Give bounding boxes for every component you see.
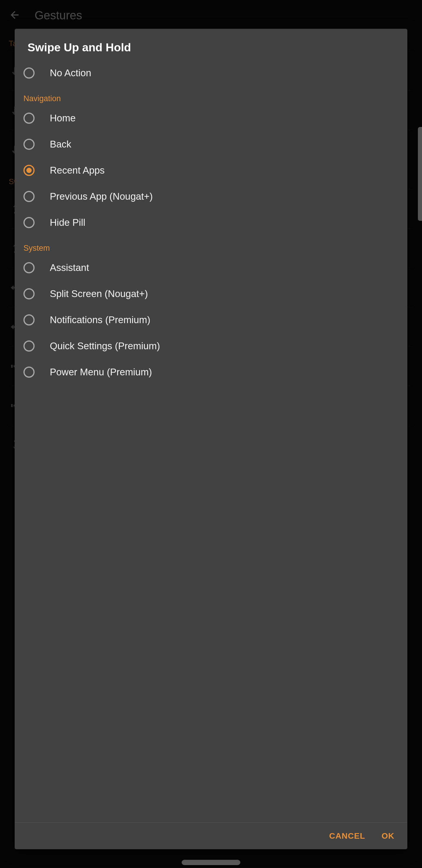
option-assistant[interactable]: Assistant <box>20 254 224 281</box>
option-quick-settings[interactable]: Quick Settings (Premium) <box>20 333 224 359</box>
option-label: Hide Pill <box>50 217 85 228</box>
option-label: Assistant <box>50 262 89 273</box>
option-split-screen[interactable]: Split Screen (Nougat+) <box>20 281 224 307</box>
option-label: No Action <box>50 67 91 79</box>
option-previous-app[interactable]: Previous App (Nougat+) <box>20 183 224 209</box>
option-label: Previous App (Nougat+) <box>50 191 153 202</box>
radio-icon <box>24 367 35 378</box>
option-hide-pill[interactable]: Hide Pill <box>20 209 224 236</box>
option-power-menu[interactable]: Power Menu (Premium) <box>20 359 224 385</box>
option-label: Notifications (Premium) <box>50 314 150 326</box>
radio-icon-selected <box>24 165 35 176</box>
option-label: Split Screen (Nougat+) <box>50 288 148 300</box>
section-label-system: System <box>20 236 224 254</box>
option-label: Recent Apps <box>50 165 105 176</box>
option-no-action[interactable]: No Action <box>20 60 224 86</box>
radio-icon <box>24 288 35 300</box>
action-picker-dialog: Swipe Up and Hold No Action Navigation H… <box>15 29 224 460</box>
radio-icon <box>24 340 35 351</box>
option-home[interactable]: Home <box>20 105 224 131</box>
option-label: Power Menu (Premium) <box>50 367 152 378</box>
option-label: Home <box>50 113 75 124</box>
option-notifications[interactable]: Notifications (Premium) <box>20 307 224 333</box>
radio-icon <box>24 113 35 124</box>
section-label-navigation: Navigation <box>20 86 224 105</box>
radio-icon <box>24 139 35 150</box>
radio-icon <box>24 217 35 228</box>
radio-icon <box>24 262 35 273</box>
option-recent-apps[interactable]: Recent Apps <box>20 157 224 183</box>
option-back[interactable]: Back <box>20 131 224 157</box>
option-label: Quick Settings (Premium) <box>50 340 160 351</box>
option-label: Back <box>50 139 71 150</box>
radio-icon <box>24 191 35 202</box>
dialog-title: Swipe Up and Hold <box>15 29 224 60</box>
radio-icon <box>24 314 35 326</box>
dialog-options-list[interactable]: No Action Navigation Home Back Recent Ap… <box>15 60 224 460</box>
radio-icon <box>24 67 35 79</box>
